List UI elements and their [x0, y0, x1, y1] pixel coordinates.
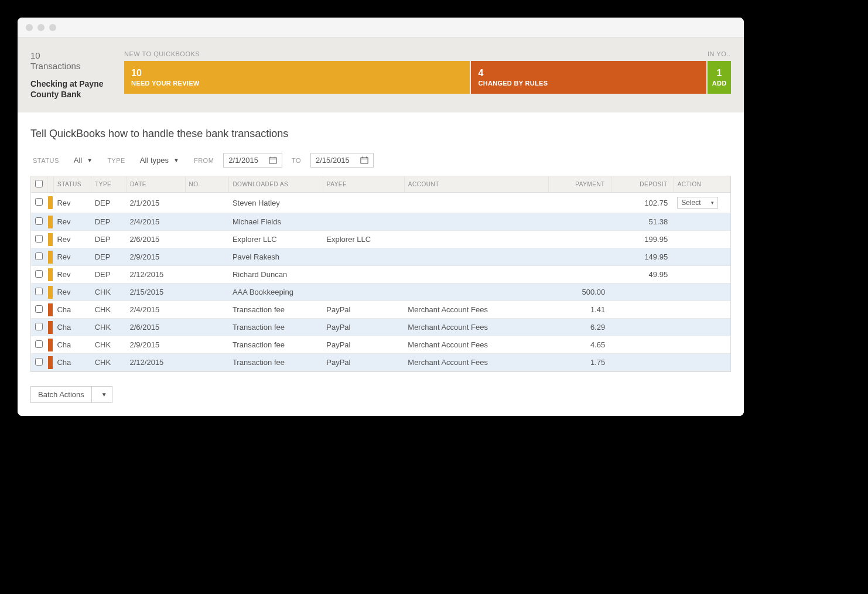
table-row[interactable]: ChaCHK2/4/2015Transaction feePayPalMerch…: [31, 301, 730, 319]
cell-payment: [548, 213, 611, 231]
table-row[interactable]: RevDEP2/4/2015Michael Fields51.38: [31, 213, 730, 231]
col-account[interactable]: ACCOUNT: [404, 176, 548, 193]
table-row[interactable]: RevDEP2/1/2015Steven Hatley102.75Select▾: [31, 193, 730, 213]
row-checkbox[interactable]: [35, 323, 43, 330]
cell-status: Cha: [53, 336, 91, 354]
account-name: Checking at Payne County Bank: [30, 78, 112, 100]
col-status[interactable]: STATUS: [53, 176, 91, 193]
col-payment[interactable]: PAYMENT: [548, 176, 611, 193]
col-no[interactable]: NO.: [185, 176, 229, 193]
filter-status-select[interactable]: All ▼: [69, 153, 98, 168]
window-max-dot[interactable]: [49, 24, 56, 31]
window-min-dot[interactable]: [37, 24, 45, 31]
row-checkbox[interactable]: [35, 252, 43, 260]
cell-deposit: 51.38: [611, 213, 674, 231]
table-row[interactable]: RevDEP2/9/2015Pavel Rakesh149.95: [31, 248, 730, 266]
caret-down-icon: ▾: [711, 200, 714, 206]
tab-review-count: 10: [131, 68, 463, 78]
cell-deposit: 199.95: [611, 231, 674, 248]
cell-date: 2/1/2015: [127, 193, 186, 213]
cell-status: Rev: [53, 193, 91, 213]
cell-action: Select▾: [674, 193, 730, 213]
cell-payment: 1.75: [548, 354, 611, 371]
cell-account: [404, 248, 548, 266]
batch-actions-caret[interactable]: ▼: [91, 387, 112, 402]
col-stripe: [47, 176, 54, 193]
cell-action: [674, 336, 730, 354]
cell-payment: 6.29: [548, 319, 611, 336]
caret-down-icon: ▼: [101, 391, 107, 398]
transactions-table-wrap: STATUS TYPE DATE NO. DOWNLOADED AS PAYEE…: [30, 176, 731, 372]
col-checkbox: [31, 176, 47, 193]
transactions-table: STATUS TYPE DATE NO. DOWNLOADED AS PAYEE…: [31, 176, 730, 371]
calendar-icon: [360, 156, 368, 165]
table-row[interactable]: RevDEP2/6/2015Explorer LLCExplorer LLC19…: [31, 231, 730, 248]
col-type[interactable]: TYPE: [91, 176, 127, 193]
cell-account: Merchant Account Fees: [404, 301, 548, 319]
cell-downloaded-as: Michael Fields: [229, 213, 323, 231]
cell-payee: Explorer LLC: [323, 231, 404, 248]
table-header-row: STATUS TYPE DATE NO. DOWNLOADED AS PAYEE…: [31, 176, 730, 193]
col-downloaded-as[interactable]: DOWNLOADED AS: [229, 176, 323, 193]
row-checkbox[interactable]: [35, 217, 43, 225]
col-action[interactable]: ACTION: [674, 176, 730, 193]
count-label: Transactions: [30, 61, 80, 71]
cell-action: [674, 231, 730, 248]
batch-actions-button[interactable]: Batch Actions ▼: [30, 386, 112, 403]
cell-date: 2/4/2015: [127, 301, 186, 319]
cell-action: [674, 354, 730, 371]
table-row[interactable]: ChaCHK2/9/2015Transaction feePayPalMerch…: [31, 336, 730, 354]
cell-payee: PayPal: [323, 319, 404, 336]
tab-changed-label: CHANGED BY RULES: [478, 80, 699, 87]
cell-no: [185, 354, 229, 371]
row-checkbox[interactable]: [35, 288, 43, 295]
filter-to-date[interactable]: 2/15/2015: [310, 153, 374, 168]
cell-downloaded-as: Explorer LLC: [229, 231, 323, 248]
status-stripe: [48, 196, 53, 209]
caret-down-icon: ▼: [173, 157, 179, 163]
cell-status: Rev: [53, 266, 91, 284]
col-payee[interactable]: PAYEE: [323, 176, 404, 193]
tabs-column: NEW TO QUICKBOOKS IN YO... 10 NEED YOUR …: [124, 50, 731, 100]
status-stripe: [48, 321, 53, 334]
cell-action: [674, 301, 730, 319]
cell-type: CHK: [91, 336, 127, 354]
col-date[interactable]: DATE: [127, 176, 186, 193]
calendar-icon: [269, 156, 277, 165]
tab-add[interactable]: 1 ADD: [708, 61, 731, 94]
row-checkbox[interactable]: [35, 305, 43, 313]
col-deposit[interactable]: DEPOSIT: [611, 176, 674, 193]
cell-status: Cha: [53, 301, 91, 319]
row-checkbox[interactable]: [35, 270, 43, 278]
filter-bar: STATUS All ▼ TYPE All types ▼ FROM 2/1/2…: [30, 153, 731, 168]
cell-payment: [548, 248, 611, 266]
table-row[interactable]: ChaCHK2/6/2015Transaction feePayPalMerch…: [31, 319, 730, 336]
cell-date: 2/6/2015: [127, 231, 186, 248]
app-window: 10 Transactions Checking at Payne County…: [18, 18, 744, 416]
cell-payee: [323, 284, 404, 301]
cell-deposit: [611, 336, 674, 354]
row-checkbox[interactable]: [35, 198, 43, 206]
cell-type: CHK: [91, 319, 127, 336]
filter-status-label: STATUS: [33, 157, 59, 164]
select-all-checkbox[interactable]: [35, 180, 43, 187]
filter-from-date[interactable]: 2/1/2015: [223, 153, 282, 168]
row-action-select[interactable]: Select▾: [677, 197, 718, 209]
header-area: 10 Transactions Checking at Payne County…: [18, 37, 744, 112]
cell-payment: 500.00: [548, 284, 611, 301]
tab-changed-by-rules[interactable]: 4 CHANGED BY RULES: [471, 61, 706, 94]
filter-type-select[interactable]: All types ▼: [135, 153, 184, 168]
row-checkbox[interactable]: [35, 235, 43, 243]
window-close-dot[interactable]: [26, 24, 33, 31]
cell-payment: [548, 231, 611, 248]
row-checkbox[interactable]: [35, 358, 43, 366]
table-row[interactable]: ChaCHK2/12/2015Transaction feePayPalMerc…: [31, 354, 730, 371]
tab-need-review[interactable]: 10 NEED YOUR REVIEW: [124, 61, 470, 94]
cell-action: [674, 248, 730, 266]
table-row[interactable]: RevCHK2/15/2015AAA Bookkeeping500.00: [31, 284, 730, 301]
table-row[interactable]: RevDEP2/12/2015Richard Duncan49.95: [31, 266, 730, 284]
cell-status: Cha: [53, 319, 91, 336]
row-checkbox[interactable]: [35, 340, 43, 348]
cell-no: [185, 231, 229, 248]
filter-from-value: 2/1/2015: [228, 156, 258, 165]
